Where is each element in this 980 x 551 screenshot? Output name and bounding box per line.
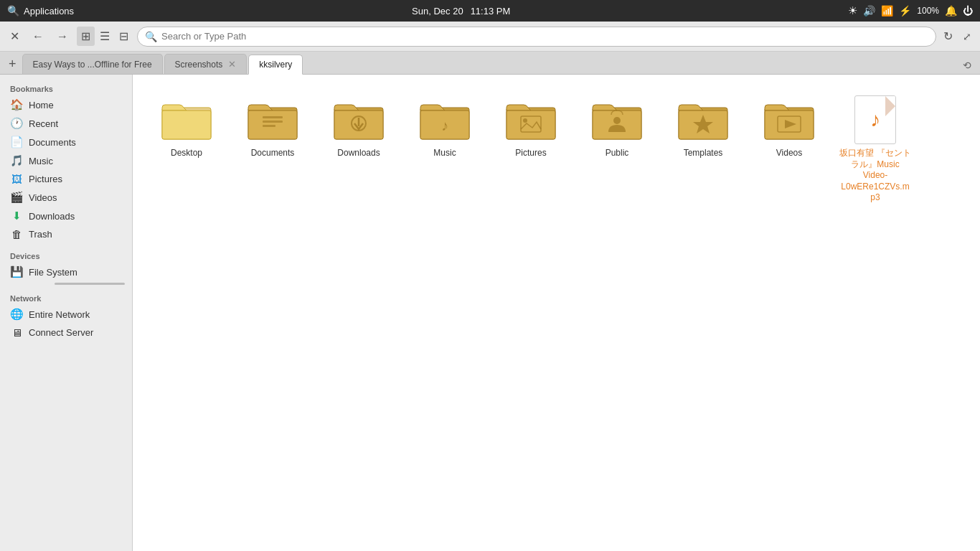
search-icon: 🔍 bbox=[7, 5, 19, 17]
app-label[interactable]: Applications bbox=[24, 6, 74, 17]
sidebar-item-recent[interactable]: 🕐 Recent bbox=[0, 114, 132, 133]
battery-indicator: 100% bbox=[917, 6, 939, 16]
brightness-icon[interactable]: ☀ bbox=[848, 4, 857, 17]
file-label: Music bbox=[433, 148, 456, 159]
folder-pictures-icon bbox=[502, 95, 560, 145]
downloads-icon: ⬇ bbox=[10, 209, 23, 222]
list-item[interactable]: Public bbox=[578, 89, 656, 209]
back-button[interactable]: ← bbox=[28, 27, 48, 46]
tab-label: Screenshots bbox=[175, 60, 223, 70]
svg-rect-5 bbox=[263, 121, 283, 123]
folder-videos-icon bbox=[760, 95, 818, 145]
sidebar-item-label: Downloads bbox=[29, 211, 75, 222]
topbar-time: 11:13 PM bbox=[471, 6, 511, 17]
sidebar-item-downloads[interactable]: ⬇ Downloads bbox=[0, 207, 132, 225]
tab-screenshots[interactable]: Screenshots ✕ bbox=[164, 54, 248, 74]
bluetooth-icon[interactable]: ⚡ bbox=[899, 5, 911, 17]
file-area: Desktop Documents bbox=[133, 75, 980, 551]
sidebar-item-label: Connect Server bbox=[29, 327, 93, 338]
topbar: 🔍 Applications Sun, Dec 20 11:13 PM ☀ 🔊 … bbox=[0, 0, 980, 22]
search-bar[interactable]: 🔍 bbox=[137, 27, 936, 47]
folder-downloads-icon bbox=[330, 95, 387, 145]
file-label: Templates bbox=[684, 148, 723, 159]
sidebar-item-entire-network[interactable]: 🌐 Entire Network bbox=[0, 305, 132, 324]
power-icon[interactable]: ⏻ bbox=[963, 5, 973, 17]
tabs-right: ⟲ bbox=[957, 57, 977, 74]
tabs-bar: + Easy Ways to ...Offline for Free Scree… bbox=[0, 52, 980, 75]
sidebar-item-connect-server[interactable]: 🖥 Connect Server bbox=[0, 324, 132, 342]
sidebar-item-music[interactable]: 🎵 Music bbox=[0, 151, 132, 170]
list-item[interactable]: Videos bbox=[750, 89, 829, 209]
file-label: Documents bbox=[251, 148, 295, 159]
sidebar-item-label: Music bbox=[29, 156, 53, 166]
sidebar-item-label: Documents bbox=[29, 137, 76, 148]
folder-documents-icon bbox=[244, 95, 301, 145]
tab-label: Easy Ways to ...Offline for Free bbox=[33, 60, 152, 70]
svg-rect-4 bbox=[263, 116, 283, 118]
sidebar: Bookmarks 🏠 Home 🕐 Recent 📄 Documents 🎵 … bbox=[0, 75, 133, 551]
view-list-button[interactable]: ☰ bbox=[95, 27, 114, 46]
list-item[interactable]: ♪ 坂口有望 『セントラル』Music Video-L0wERe1CZVs.mp… bbox=[836, 89, 915, 209]
close-button[interactable]: ✕ bbox=[6, 27, 24, 46]
network-title: Network bbox=[0, 290, 132, 305]
sidebar-item-documents[interactable]: 📄 Documents bbox=[0, 133, 132, 151]
tab-label: kksilvery bbox=[259, 60, 292, 70]
sidebar-item-home[interactable]: 🏠 Home bbox=[0, 95, 132, 114]
home-icon: 🏠 bbox=[10, 98, 23, 111]
list-item[interactable]: Desktop bbox=[147, 89, 226, 209]
sidebar-item-trash[interactable]: 🗑 Trash bbox=[0, 225, 132, 243]
tab-kksilvery[interactable]: kksilvery bbox=[248, 55, 303, 75]
file-grid: Desktop Documents bbox=[147, 89, 966, 209]
volume-icon[interactable]: 🔊 bbox=[863, 5, 875, 17]
trash-icon: 🗑 bbox=[10, 228, 23, 240]
connect-server-icon: 🖥 bbox=[10, 326, 23, 339]
maximize-button[interactable]: ⤢ bbox=[960, 28, 974, 45]
wifi-icon[interactable]: 📶 bbox=[881, 5, 893, 17]
file-label: 坂口有望 『セントラル』Music Video-L0wERe1CZVs.mp3 bbox=[839, 148, 911, 204]
folder-public-icon bbox=[588, 95, 646, 145]
toolbar: ✕ ← → ⊞ ☰ ⊟ 🔍 ↻ ⤢ bbox=[0, 22, 980, 52]
add-tab-button[interactable]: + bbox=[3, 54, 22, 74]
file-label: Videos bbox=[776, 148, 802, 159]
file-label: Pictures bbox=[515, 148, 546, 159]
list-item[interactable]: Documents bbox=[233, 89, 312, 209]
history-button[interactable]: ⟲ bbox=[957, 57, 977, 74]
main-layout: Bookmarks 🏠 Home 🕐 Recent 📄 Documents 🎵 … bbox=[0, 75, 980, 551]
view-panel-button[interactable]: ⊟ bbox=[115, 27, 133, 46]
entire-network-icon: 🌐 bbox=[10, 308, 23, 321]
sidebar-item-label: Trash bbox=[29, 229, 52, 240]
close-tab-icon[interactable]: ✕ bbox=[228, 59, 236, 70]
sidebar-item-label: Recent bbox=[29, 118, 58, 129]
folder-templates-icon bbox=[674, 95, 732, 145]
recent-icon: 🕐 bbox=[10, 117, 23, 130]
sidebar-item-filesystem[interactable]: 💾 File System bbox=[0, 263, 132, 281]
file-label: Desktop bbox=[171, 148, 202, 159]
search-input[interactable] bbox=[161, 31, 928, 42]
sidebar-item-label: Home bbox=[29, 100, 54, 110]
view-grid-button[interactable]: ⊞ bbox=[77, 27, 95, 46]
file-label: Downloads bbox=[337, 148, 380, 159]
svg-point-20 bbox=[613, 117, 621, 124]
forward-button[interactable]: → bbox=[52, 27, 72, 46]
devices-title: Devices bbox=[0, 248, 132, 263]
search-magnifier-icon: 🔍 bbox=[145, 31, 157, 42]
file-label: Public bbox=[606, 148, 629, 159]
music-icon: 🎵 bbox=[10, 154, 23, 167]
sidebar-item-label: Pictures bbox=[29, 174, 62, 184]
videos-icon: 🎬 bbox=[10, 191, 23, 204]
topbar-date: Sun, Dec 20 bbox=[412, 6, 463, 17]
tab-easy-ways[interactable]: Easy Ways to ...Offline for Free bbox=[22, 54, 163, 74]
list-item[interactable]: ♪ Music bbox=[405, 89, 484, 209]
list-item[interactable]: Downloads bbox=[319, 89, 398, 209]
sidebar-item-pictures[interactable]: 🖼 Pictures bbox=[0, 170, 132, 188]
list-item[interactable]: Templates bbox=[664, 89, 743, 209]
svg-rect-1 bbox=[162, 110, 211, 139]
refresh-button[interactable]: ↻ bbox=[941, 27, 956, 46]
folder-music-icon: ♪ bbox=[416, 95, 473, 145]
sidebar-item-label: Entire Network bbox=[29, 309, 90, 320]
view-toggle-group: ⊞ ☰ ⊟ bbox=[77, 27, 133, 46]
folder-desktop-icon bbox=[158, 95, 215, 145]
list-item[interactable]: Pictures bbox=[491, 89, 570, 209]
sidebar-item-videos[interactable]: 🎬 Videos bbox=[0, 188, 132, 207]
notification-icon[interactable]: 🔔 bbox=[945, 5, 957, 17]
